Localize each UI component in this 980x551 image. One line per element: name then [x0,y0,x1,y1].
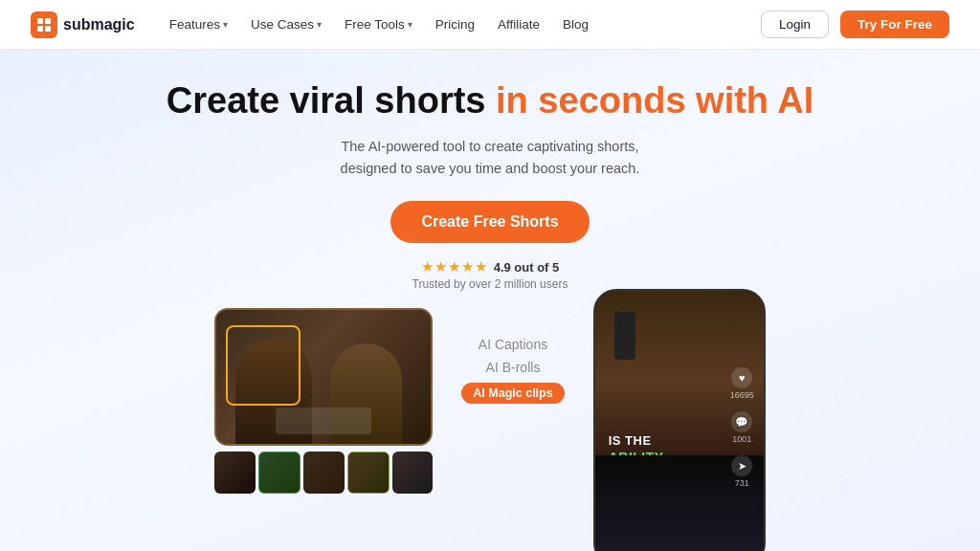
heart-icon: ♥ [731,367,752,388]
navbar: submagic Features ▾ Use Cases ▾ Free Too… [0,0,980,50]
share-icon: ➤ [731,455,752,476]
thumbnail-4[interactable] [347,452,390,494]
comment-icon-group: 💬 1001 [731,411,752,444]
chevron-down-icon: ▾ [317,19,322,30]
media-section: AI Captions AI B-rolls AI Magic clips IS… [214,308,765,551]
comment-icon: 💬 [731,411,752,432]
svg-rect-0 [37,18,43,24]
trusted-text: Trusted by over 2 million users [167,277,813,291]
share-icon-group: ➤ 731 [731,455,752,488]
hero-headline: Create viral shorts in seconds with AI [167,80,813,122]
thumbnail-1[interactable] [214,452,255,494]
video-inner [216,310,431,444]
hero-section: Create viral shorts in seconds with AI T… [0,50,980,551]
svg-rect-2 [37,26,43,32]
feature-labels: AI Captions AI B-rolls AI Magic clips [461,308,564,404]
selection-box-overlay [226,325,301,406]
svg-rect-3 [45,26,51,32]
svg-rect-1 [45,18,51,24]
nav-actions: Login Try For Free [761,11,949,38]
comment-count: 1001 [732,434,751,444]
phone-mockup: IS THE ABILITY ♥ 16695 💬 1001 ➤ 731 [593,289,766,551]
nav-use-cases[interactable]: Use Cases ▾ [251,17,322,32]
logo[interactable]: submagic [31,11,135,38]
nav-links: Features ▾ Use Cases ▾ Free Tools ▾ Pric… [169,17,761,32]
ai-brolls-label: AI B-rolls [461,360,564,375]
chevron-down-icon: ▾ [408,19,412,30]
hero-text-block: Create viral shorts in seconds with AI T… [167,80,813,291]
nav-pricing[interactable]: Pricing [435,17,475,32]
logo-icon [31,11,57,38]
chevron-down-icon: ▾ [223,19,228,30]
ai-magic-clips-badge[interactable]: AI Magic clips [461,383,564,404]
nav-affiliate[interactable]: Affiliate [498,17,540,32]
rating-row: ★★★★★ 4.9 out of 5 [167,258,813,276]
like-icon-group: ♥ 16695 [730,367,754,400]
share-count: 731 [735,478,749,488]
left-panel [214,308,433,494]
thumbnail-2[interactable] [258,452,301,494]
video-thumbnails [214,452,433,494]
phone-video: IS THE ABILITY ♥ 16695 💬 1001 ➤ 731 [595,291,764,551]
main-video-preview [214,308,433,446]
cta-button[interactable]: Create Free Shorts [390,201,589,243]
like-count: 16695 [730,390,754,400]
table-prop [276,408,371,434]
nav-blog[interactable]: Blog [563,17,589,32]
nav-free-tools[interactable]: Free Tools ▾ [345,17,412,32]
logo-svg [35,16,53,33]
thumbnail-3[interactable] [303,452,344,494]
phone-side-icons: ♥ 16695 💬 1001 ➤ 731 [730,367,754,488]
try-free-button[interactable]: Try For Free [840,11,949,38]
hero-subtext: The AI-powered tool to create captivatin… [167,136,813,180]
login-button[interactable]: Login [761,11,829,38]
star-icons: ★★★★★ [421,258,488,276]
ai-captions-label: AI Captions [461,337,564,352]
caption-line1: IS THE [609,433,652,448]
microphone-icon [614,312,635,360]
rating-value: 4.9 out of 5 [494,260,560,275]
brand-name: submagic [63,16,135,33]
nav-features[interactable]: Features ▾ [169,17,228,32]
thumbnail-5[interactable] [392,452,433,494]
